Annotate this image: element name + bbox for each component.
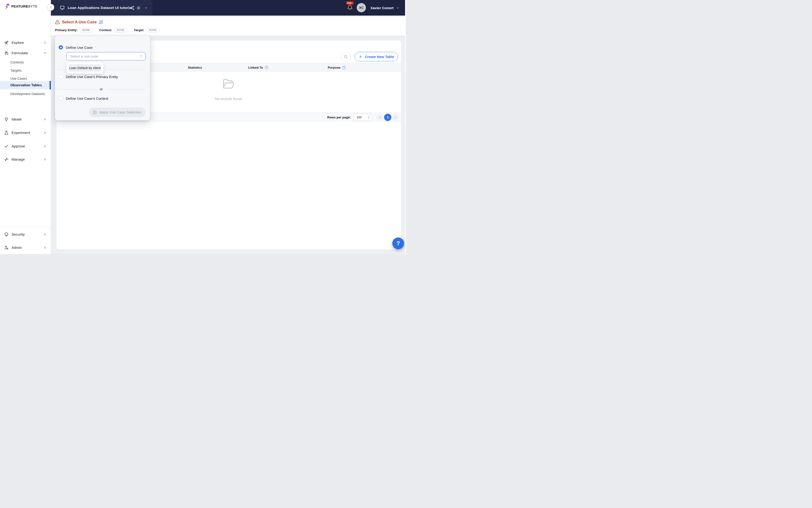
check-icon <box>4 144 9 149</box>
user-chevron-down-icon[interactable] <box>396 6 400 10</box>
use-case-popover: Define Use Case Select a use case or Loa… <box>55 36 150 120</box>
target-label: Target: <box>134 28 144 32</box>
help-circle-icon[interactable]: ? <box>265 66 268 69</box>
flask-icon <box>4 130 9 135</box>
top-header: Loan Applications Dataset UI tutorial 99… <box>51 0 406 15</box>
user-search-icon <box>4 245 9 250</box>
lightbulb-icon <box>4 117 9 122</box>
catalog-title: Loan Applications Dataset UI tutorial <box>68 0 132 15</box>
sidebar-item-development-datasets[interactable]: Development Datasets <box>0 90 51 98</box>
use-case-select[interactable]: Select a use case <box>66 52 146 60</box>
help-circle-icon[interactable]: ? <box>342 66 346 69</box>
featurebyte-logo-mark <box>4 3 10 10</box>
sidebar-collapse-button[interactable] <box>48 4 54 11</box>
shield-check-icon <box>4 232 9 237</box>
page-title: Select A Use Case <box>62 20 97 25</box>
featurebyte-logo[interactable]: FEATUREBYTE <box>4 3 38 10</box>
sidebar-item-approve[interactable]: Approve <box>0 141 51 152</box>
define-context-radio[interactable] <box>59 96 63 100</box>
target-value-badge: NONE <box>146 28 160 32</box>
chevron-right-icon <box>43 158 47 161</box>
monitor-icon <box>60 0 65 15</box>
gear-icon[interactable] <box>136 0 141 15</box>
share-icon[interactable] <box>130 0 135 15</box>
head-gear-icon <box>4 51 9 55</box>
sidebar-item-admin[interactable]: Admin <box>0 243 51 253</box>
chevron-right-icon <box>43 233 47 236</box>
use-case-bar: Select A Use Case Primary Entity: NONE C… <box>51 17 406 36</box>
select-placeholder: Select a use case <box>70 54 98 58</box>
sidebar-item-formulate[interactable]: Formulate <box>0 48 51 58</box>
sidebar-divider <box>0 227 51 228</box>
define-use-case-radio[interactable] <box>59 45 63 49</box>
chevron-right-icon <box>43 246 47 249</box>
context-value-badge: NONE <box>115 28 127 32</box>
define-context-label[interactable]: Define Use Case's Context <box>66 96 108 100</box>
notification-badge: 999+ <box>346 1 354 5</box>
create-new-table-button[interactable]: Create New Table <box>355 52 398 61</box>
open-folder-icon <box>222 78 236 90</box>
primary-entity-label: Primary Entity: <box>55 28 78 32</box>
page-number-button[interactable]: 1 <box>384 114 391 121</box>
search-icon <box>344 54 348 59</box>
define-primary-entity-radio[interactable] <box>59 75 63 79</box>
sidebar: FEATUREBYTE Explore <box>0 0 51 254</box>
next-page-button[interactable] <box>392 114 399 121</box>
column-header-purpose: Purpose ? <box>328 63 346 72</box>
apply-use-case-selection-button[interactable]: Apply Use Case Selection <box>89 108 145 117</box>
sidebar-item-manage[interactable]: Manage <box>0 154 51 165</box>
selected-indicator <box>49 81 51 89</box>
previous-page-button[interactable] <box>376 114 384 121</box>
edit-pencil-icon[interactable] <box>99 20 103 24</box>
sidebar-item-ideate[interactable]: Ideate <box>0 114 51 125</box>
catalog-chevron-down-icon[interactable] <box>144 0 148 15</box>
sidebar-item-targets[interactable]: Targets <box>0 66 51 75</box>
define-primary-entity-label[interactable]: Define Use Case's Primary Entity <box>66 75 118 79</box>
use-case-summary: Primary Entity: NONE Context: NONE Targe… <box>55 28 160 32</box>
sidebar-item-observation-tables[interactable]: Observation Tables <box>0 81 51 89</box>
sidebar-item-explore[interactable]: Explore <box>0 38 51 48</box>
app-window: Loan Applications Dataset UI tutorial 99… <box>0 0 406 254</box>
empty-message: No records found. <box>215 97 243 101</box>
chevron-right-icon <box>43 41 47 44</box>
featurebyte-logo-text: FEATUREBYTE <box>11 4 38 8</box>
select-updown-icon <box>140 54 143 58</box>
warning-triangle-icon <box>55 19 60 25</box>
dropdown-option-loan-default[interactable]: Loan Default by client <box>69 64 101 72</box>
chevron-right-icon <box>43 144 47 148</box>
rows-per-page-select[interactable]: 100 <box>353 114 372 121</box>
search-button[interactable] <box>341 52 351 62</box>
divider-or-bottom: or <box>57 87 145 91</box>
sidebar-item-security[interactable]: Security <box>0 229 51 240</box>
use-case-dropdown-menu: Loan Default by client <box>66 62 103 74</box>
column-header-statistics: Statistics <box>188 63 202 72</box>
notifications-bell-icon[interactable] <box>347 5 353 12</box>
chevron-down-icon <box>43 51 47 55</box>
user-avatar[interactable]: XC <box>357 3 366 12</box>
sidebar-item-experiment[interactable]: Experiment <box>0 128 51 138</box>
select-updown-icon <box>367 116 370 119</box>
chevron-right-icon <box>43 118 47 121</box>
user-menu[interactable]: Xavier Conort <box>370 0 394 15</box>
define-use-case-label[interactable]: Define Use Case <box>66 45 92 49</box>
save-icon <box>93 111 97 114</box>
chevron-right-icon <box>43 131 47 134</box>
column-header-linked-to: Linked To ? <box>248 63 268 72</box>
scrollbar-track[interactable] <box>405 0 406 254</box>
help-button[interactable]: ? <box>392 238 404 249</box>
sidebar-item-contexts[interactable]: Contexts <box>0 58 51 67</box>
plus-icon <box>359 55 363 59</box>
activity-icon <box>4 157 9 162</box>
telescope-icon <box>4 40 9 45</box>
context-label: Context: <box>99 28 112 32</box>
primary-entity-value-badge: NONE <box>80 28 93 32</box>
rows-per-page-label: Rows per page: <box>327 113 351 122</box>
